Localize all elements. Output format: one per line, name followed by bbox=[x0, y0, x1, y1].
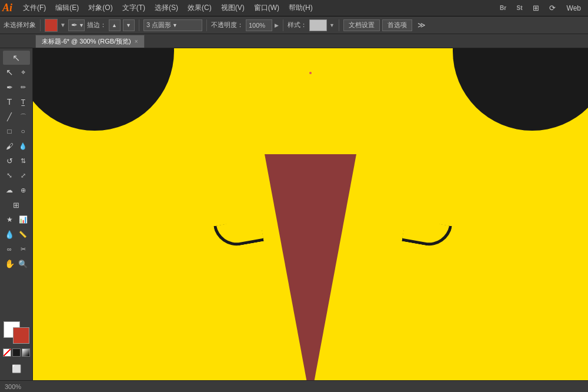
fill-stroke-swatches bbox=[4, 321, 29, 344]
sync-icon[interactable]: ⟳ bbox=[546, 2, 560, 15]
toolbar: 未选择对象 ▼ ✒ ▼ 描边： ▲ ▼ 3 点圆形 ▼ 不透明度： ▶ 样式： … bbox=[0, 16, 588, 34]
stroke-down-dropdown[interactable]: ▼ bbox=[123, 19, 135, 31]
stroke-up-arrow[interactable]: ▲ bbox=[112, 22, 117, 28]
brush-label: 3 点圆形 bbox=[146, 21, 171, 29]
bridge-icon[interactable]: Br bbox=[496, 2, 510, 15]
eyedropper-tool[interactable]: 💧 bbox=[3, 227, 16, 241]
scale-tool[interactable]: ⤡ bbox=[3, 168, 16, 182]
symbol-tool[interactable]: ★ bbox=[3, 212, 16, 227]
artboard-tool[interactable]: ⬜ bbox=[3, 361, 30, 376]
warp-tool-row: ☁ ⊕ bbox=[3, 183, 29, 197]
style-dropdown-arrow[interactable]: ▼ bbox=[329, 22, 335, 28]
left-toolbar: ↖ ↖ ⌖ ✒ ✏ T T̲ ╱ ⌒ □ ○ 🖌 💧 bbox=[0, 48, 33, 380]
blob-tool[interactable]: 💧 bbox=[16, 139, 29, 153]
rotate-tool-row: ↺ ⇅ bbox=[3, 154, 29, 168]
arc-tool[interactable]: ⌒ bbox=[16, 109, 29, 124]
black-swatch[interactable] bbox=[12, 348, 21, 357]
zoom-tool[interactable]: 🔍 bbox=[16, 257, 29, 271]
type-sub-tool[interactable]: T̲ bbox=[16, 95, 29, 109]
stroke-label: 描边： bbox=[87, 21, 106, 29]
grad-swatch[interactable] bbox=[22, 348, 30, 357]
menu-help[interactable]: 帮助(H) bbox=[284, 2, 318, 14]
hand-tool[interactable]: ✋ bbox=[3, 257, 16, 271]
reflect-tool[interactable]: ⇅ bbox=[16, 154, 29, 168]
type-tool[interactable]: T bbox=[3, 95, 16, 109]
artboard bbox=[33, 48, 588, 380]
center-anchor bbox=[309, 72, 312, 74]
menu-effect[interactable]: 效果(C) bbox=[183, 2, 216, 14]
pen-tool-btn[interactable]: ✒ ▼ bbox=[68, 19, 85, 31]
pen-dropdown-arrow[interactable]: ▼ bbox=[79, 22, 84, 28]
canvas-area[interactable] bbox=[33, 48, 588, 380]
smile-right bbox=[402, 218, 452, 249]
pen-tool-row: ✒ ✏ bbox=[3, 80, 29, 94]
selection-tool-row: ↖ ⌖ bbox=[3, 65, 29, 79]
zoom-level: 300% bbox=[5, 383, 21, 390]
opacity-arrow[interactable]: ▶ bbox=[275, 22, 279, 28]
color-swatches: ⬜ bbox=[3, 321, 30, 380]
menu-text[interactable]: 文字(T) bbox=[118, 2, 150, 14]
stock-icon[interactable]: St bbox=[513, 2, 527, 15]
beak bbox=[234, 154, 387, 380]
brush-dropdown[interactable]: 3 点圆形 ▼ bbox=[143, 19, 202, 31]
separator-2 bbox=[139, 19, 139, 31]
grid-icon[interactable]: ⊞ bbox=[529, 2, 543, 15]
blend-tool[interactable]: ∞ bbox=[3, 242, 16, 256]
menu-select[interactable]: 选择(S) bbox=[150, 2, 183, 14]
tab-bar: 未标题-6* @ 300% (RGB/预览) × bbox=[0, 34, 588, 48]
pen-tool[interactable]: ✒ bbox=[3, 80, 16, 94]
menu-web[interactable]: Web bbox=[562, 3, 586, 14]
warp-tool[interactable]: ☁ bbox=[3, 183, 16, 197]
none-swatch[interactable] bbox=[3, 348, 11, 357]
menu-edit[interactable]: 编辑(E) bbox=[51, 2, 83, 14]
preferences-button[interactable]: 首选项 bbox=[382, 19, 412, 31]
app-logo: Ai bbox=[2, 2, 12, 14]
measure-tool[interactable]: 📏 bbox=[16, 227, 29, 241]
rotate-tool[interactable]: ↺ bbox=[3, 154, 16, 168]
menu-view[interactable]: 视图(V) bbox=[216, 2, 249, 14]
line-tool[interactable]: ╱ bbox=[3, 109, 16, 124]
document-tab[interactable]: 未标题-6* @ 300% (RGB/预览) × bbox=[35, 35, 145, 48]
status-bar: 300% bbox=[0, 380, 588, 392]
brush-tool-row: 🖌 💧 bbox=[3, 139, 29, 153]
direct-select-tool[interactable]: ↖ bbox=[3, 65, 16, 79]
eye-right bbox=[453, 48, 588, 131]
shear-tool[interactable]: ⤢ bbox=[16, 168, 29, 182]
reshape-tool[interactable]: ⊕ bbox=[16, 183, 29, 197]
chart-tool[interactable]: 📊 bbox=[16, 212, 29, 227]
brush-dropdown-arrow[interactable]: ▼ bbox=[172, 22, 178, 28]
menu-bar: Ai 文件(F) 编辑(E) 对象(O) 文字(T) 选择(S) 效果(C) 视… bbox=[0, 0, 588, 16]
fill-swatch-fg[interactable] bbox=[13, 327, 29, 344]
free-transform-tool[interactable]: ⊞ bbox=[3, 198, 30, 212]
opacity-label: 不透明度： bbox=[211, 21, 243, 29]
selection-tool[interactable]: ↖ bbox=[3, 51, 30, 65]
scale-tool-row: ⤡ ⤢ bbox=[3, 168, 29, 182]
slice-tool[interactable]: ✂ bbox=[16, 242, 29, 256]
blend-tool-row: ∞ ✂ bbox=[3, 242, 29, 256]
doc-settings-button[interactable]: 文档设置 bbox=[343, 19, 380, 31]
smile-left bbox=[213, 218, 264, 249]
fill-swatch[interactable] bbox=[45, 19, 58, 32]
paintbrush-tool[interactable]: 🖌 bbox=[3, 139, 16, 153]
ellipse-tool[interactable]: ○ bbox=[16, 124, 29, 138]
stroke-weight-dropdown[interactable]: ▲ bbox=[109, 19, 121, 31]
menu-object[interactable]: 对象(O) bbox=[83, 2, 117, 14]
eyedropper-tool-row: 💧 📏 bbox=[3, 227, 29, 241]
fill-dropdown-arrow[interactable]: ▼ bbox=[60, 22, 66, 28]
rect-tool[interactable]: □ bbox=[3, 124, 16, 138]
menu-file[interactable]: 文件(F) bbox=[18, 2, 51, 14]
tab-close-button[interactable]: × bbox=[135, 38, 138, 45]
pen-sub-tool[interactable]: ✏ bbox=[16, 80, 29, 94]
extra-options-icon[interactable]: ≫ bbox=[415, 19, 429, 32]
stroke-down-arrow[interactable]: ▼ bbox=[126, 22, 131, 28]
free-transform-icon: ⊞ bbox=[13, 201, 19, 210]
main-area: ↖ ↖ ⌖ ✒ ✏ T T̲ ╱ ⌒ □ ○ 🖌 💧 bbox=[0, 48, 588, 380]
lasso-tool[interactable]: ⌖ bbox=[16, 65, 29, 79]
menu-window[interactable]: 窗口(W) bbox=[249, 2, 284, 14]
separator-5 bbox=[339, 19, 339, 31]
arrow-icon: ↖ bbox=[12, 52, 20, 64]
style-color[interactable] bbox=[309, 19, 327, 31]
style-label: 样式： bbox=[288, 21, 307, 29]
opacity-input[interactable] bbox=[246, 19, 272, 31]
hand-tool-row: ✋ 🔍 bbox=[3, 257, 29, 271]
